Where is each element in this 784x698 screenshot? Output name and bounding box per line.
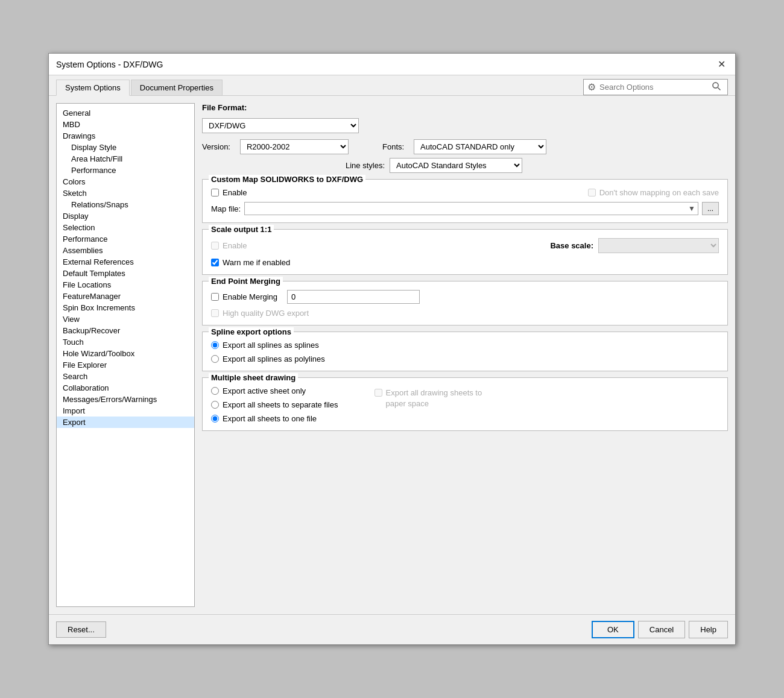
file-format-select[interactable]: DXF/DWG — [202, 118, 359, 133]
sidebar-item-general[interactable]: General — [57, 107, 194, 119]
sidebar-item-external-references[interactable]: External References — [57, 256, 194, 268]
warn-checkbox[interactable] — [211, 259, 219, 266]
spline-radio-1[interactable] — [211, 341, 219, 349]
sidebar-item-view[interactable]: View — [57, 313, 194, 325]
spline-export-content: Export all splines as splines Export all… — [211, 341, 719, 363]
scale-enable-checkbox-row: Enable — [211, 241, 247, 250]
export-all-col: Export all drawing sheets to paper space — [375, 386, 495, 409]
sidebar-item-import[interactable]: Import — [57, 405, 194, 417]
scale-enable-checkbox[interactable] — [211, 242, 219, 250]
spline-export-group: Spline export options Export all splines… — [202, 332, 728, 371]
spline-export-title: Spline export options — [209, 327, 294, 336]
spline-radio-2-row: Export all splines as polylines — [211, 354, 719, 363]
sheet-radio-3[interactable] — [211, 415, 219, 423]
custom-map-group: Custom Map SOLIDWORKS to DXF/DWG Enable … — [202, 179, 728, 223]
search-input[interactable] — [599, 83, 708, 92]
sidebar-item-colors[interactable]: Colors — [57, 176, 194, 187]
sidebar-item-mbd[interactable]: MBD — [57, 119, 194, 130]
sidebar-item-feature-manager[interactable]: FeatureManager — [57, 291, 194, 302]
tab-document-properties[interactable]: Document Properties — [131, 80, 223, 95]
search-icon — [712, 81, 721, 93]
multiple-sheet-title: Multiple sheet drawing — [209, 373, 298, 382]
help-button[interactable]: Help — [689, 621, 728, 638]
spline-radio-1-row: Export all splines as splines — [211, 341, 719, 350]
fonts-select[interactable]: AutoCAD STANDARD only — [414, 139, 546, 154]
sidebar-item-touch[interactable]: Touch — [57, 336, 194, 348]
sidebar-item-display-style[interactable]: Display Style — [57, 142, 194, 153]
sidebar-item-spin-box[interactable]: Spin Box Increments — [57, 302, 194, 313]
tab-group: System Options Document Properties — [56, 80, 223, 95]
sidebar-item-performance[interactable]: Performance — [57, 233, 194, 245]
title-bar: System Options - DXF/DWG ✕ — [49, 54, 735, 75]
merging-value-input[interactable]: 0 — [287, 290, 420, 304]
svg-point-0 — [713, 83, 718, 88]
version-select[interactable]: R2000-2002 — [240, 139, 349, 154]
sidebar-item-collaboration[interactable]: Collaboration — [57, 382, 194, 394]
base-scale-select[interactable] — [598, 238, 719, 253]
warn-label: Warn me if enabled — [223, 258, 290, 267]
tab-system-options[interactable]: System Options — [56, 80, 130, 96]
dont-show-label: Don't show mapping on each save — [599, 188, 719, 197]
sidebar-item-hole-wizard[interactable]: Hole Wizard/Toolbox — [57, 348, 194, 359]
scale-enable-row: Enable Base scale: — [211, 238, 719, 253]
scale-output-content: Enable Base scale: Warn me if enabled — [211, 238, 719, 267]
multiple-sheet-content: Export active sheet only Export all shee… — [211, 386, 719, 423]
export-all-label: Export all drawing sheets to paper space — [386, 388, 495, 409]
version-fonts-inline: Version: R2000-2002 Fonts: AutoCAD STAND… — [202, 139, 728, 154]
sidebar-item-sketch[interactable]: Sketch — [57, 187, 194, 199]
sheet-option-2: Export all sheets to separate files — [223, 400, 338, 409]
sidebar-item-default-templates[interactable]: Default Templates — [57, 268, 194, 279]
sidebar-item-backup-recover[interactable]: Backup/Recover — [57, 325, 194, 336]
reset-button[interactable]: Reset... — [56, 621, 106, 638]
custom-map-enable-row: Enable Don't show mapping on each save — [211, 188, 719, 197]
sheet-radio-2-row: Export all sheets to separate files — [211, 400, 338, 409]
dont-show-checkbox[interactable] — [588, 189, 596, 197]
sheet-option-1: Export active sheet only — [223, 386, 306, 395]
map-file-browse-btn[interactable]: ... — [702, 202, 719, 215]
warn-row: Warn me if enabled — [211, 258, 719, 267]
cancel-button[interactable]: Cancel — [638, 621, 685, 638]
sidebar-item-area-hatch[interactable]: Area Hatch/Fill — [57, 153, 194, 165]
line-styles-select[interactable]: AutoCAD Standard Styles — [390, 158, 522, 173]
gear-icon: ⚙ — [587, 81, 596, 93]
sheet-radio-3-row: Export all sheets to one file — [211, 414, 338, 423]
export-all-checkbox[interactable] — [375, 389, 382, 397]
high-quality-row: High quality DWG export — [211, 309, 719, 318]
multiple-sheet-columns: Export active sheet only Export all shee… — [211, 386, 719, 423]
sidebar-item-file-explorer[interactable]: File Explorer — [57, 359, 194, 371]
sidebar-item-drawings[interactable]: Drawings — [57, 130, 194, 142]
sidebar-item-selection[interactable]: Selection — [57, 222, 194, 233]
enable-merging-checkbox[interactable] — [211, 293, 219, 301]
sheet-radio-1[interactable] — [211, 387, 219, 395]
spline-option-2: Export all splines as polylines — [223, 354, 325, 363]
sidebar-item-display[interactable]: Display — [57, 210, 194, 222]
fonts-label: Fonts: — [382, 142, 404, 151]
bottom-right-buttons: OK Cancel Help — [592, 621, 728, 638]
sidebar-item-performance-drawings[interactable]: Performance — [57, 165, 194, 176]
sidebar-item-search[interactable]: Search — [57, 371, 194, 382]
sidebar-item-messages-errors[interactable]: Messages/Errors/Warnings — [57, 394, 194, 405]
version-label: Version: — [202, 142, 230, 151]
map-file-input: ▼ — [244, 202, 698, 215]
close-button[interactable]: ✕ — [715, 58, 728, 70]
enable-checkbox-row: Enable — [211, 188, 247, 197]
file-format-row: File Format: — [202, 103, 728, 112]
enable-checkbox[interactable] — [211, 189, 219, 197]
sidebar-item-relations-snaps[interactable]: Relations/Snaps — [57, 199, 194, 210]
enable-label: Enable — [223, 188, 247, 197]
ok-button[interactable]: OK — [592, 621, 634, 638]
sidebar-item-file-locations[interactable]: File Locations — [57, 279, 194, 291]
content-area: General MBD Drawings Display Style Area … — [49, 96, 735, 614]
sidebar: General MBD Drawings Display Style Area … — [56, 103, 195, 607]
high-quality-checkbox[interactable] — [211, 309, 219, 317]
multiple-sheet-group: Multiple sheet drawing Export active she… — [202, 377, 728, 431]
base-scale-label: Base scale: — [550, 241, 593, 250]
base-scale-row: Base scale: — [550, 238, 719, 253]
sheet-radio-2[interactable] — [211, 401, 219, 409]
sidebar-item-export[interactable]: Export — [57, 417, 194, 428]
end-point-merging-group: End Point Merging Enable Merging 0 High … — [202, 281, 728, 325]
file-format-label: File Format: — [202, 103, 247, 112]
end-point-content: Enable Merging 0 High quality DWG export — [211, 290, 719, 318]
spline-radio-2[interactable] — [211, 355, 219, 363]
sidebar-item-assemblies[interactable]: Assemblies — [57, 245, 194, 256]
